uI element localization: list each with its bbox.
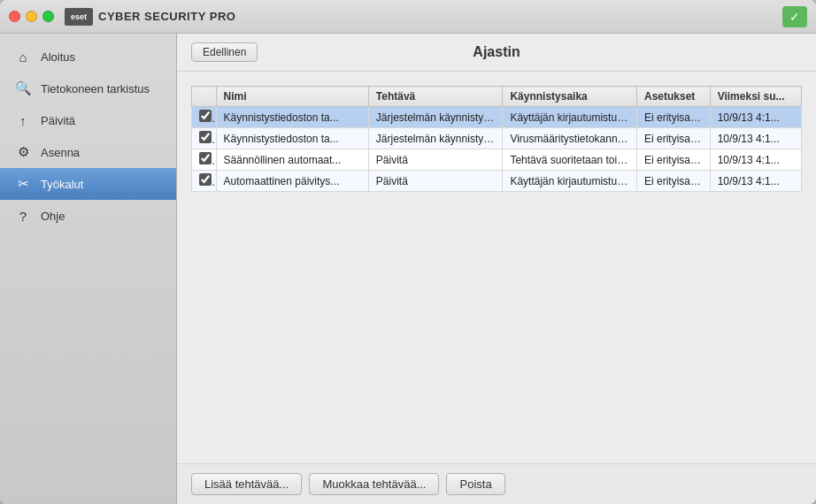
row-name: Käynnistystiedoston ta... xyxy=(216,128,368,149)
row-last: 10/9/13 4:1... xyxy=(710,149,801,171)
table-container: Nimi Tehtävä Käynnistysaika Asetukset Vi… xyxy=(177,72,816,463)
row-check-cell xyxy=(192,128,217,149)
app-logo: eset CYBER SECURITY PRO xyxy=(65,8,235,26)
row-task: Päivitä xyxy=(368,149,503,171)
row-settings: Ei erityisase... xyxy=(636,107,710,128)
table-row[interactable]: Automaattinen päivitys...PäivitäKäyttäjä… xyxy=(192,171,802,192)
table-row[interactable]: Käynnistystiedoston ta...Järjestelmän kä… xyxy=(192,107,802,128)
delete-task-button[interactable]: Poista xyxy=(446,473,504,495)
table-row[interactable]: Säännöllinen automaat...PäivitäTehtävä s… xyxy=(192,149,802,171)
sidebar-item-aloitus[interactable]: ⌂Aloitus xyxy=(0,41,176,73)
sidebar-label-paivita: Päivitä xyxy=(41,114,75,127)
table-row[interactable]: Käynnistystiedoston ta...Järjestelmän kä… xyxy=(192,128,802,149)
row-checkbox-2[interactable] xyxy=(199,152,212,164)
row-task: Päivitä xyxy=(368,171,503,192)
sidebar: ⌂Aloitus🔍Tietokoneen tarkistus↑Päivitä⚙A… xyxy=(0,34,177,504)
col-header-name[interactable]: Nimi xyxy=(216,87,368,107)
row-time: Tehtävä suoritetaan toist... xyxy=(503,149,637,171)
sidebar-item-asenna[interactable]: ⚙Asenna xyxy=(0,136,176,168)
page-title: Ajastin xyxy=(473,44,520,60)
ohje-icon: ? xyxy=(14,207,32,225)
table-header-row: Nimi Tehtävä Käynnistysaika Asetukset Vi… xyxy=(192,87,802,107)
col-header-task[interactable]: Tehtävä xyxy=(368,87,503,107)
tyokalut-icon: ✂ xyxy=(14,175,32,193)
bottom-bar: Lisää tehtävää... Muokkaa tehtävää... Po… xyxy=(177,463,816,504)
eset-logo-icon: eset xyxy=(65,8,93,26)
row-name: Automaattinen päivitys... xyxy=(216,171,368,192)
row-name: Säännöllinen automaat... xyxy=(216,149,368,171)
row-check-cell xyxy=(192,107,217,128)
row-last: 10/9/13 4:1... xyxy=(710,171,801,192)
row-time: Käyttäjän kirjautumistun... xyxy=(503,171,637,192)
row-time: Virusmääritystietokanna... xyxy=(503,128,637,149)
row-settings: Ei erityisase... xyxy=(636,128,710,149)
row-checkbox-0[interactable] xyxy=(199,110,212,122)
row-settings: Ei erityisase... xyxy=(636,149,710,171)
scheduler-table: Nimi Tehtävä Käynnistysaika Asetukset Vi… xyxy=(191,86,802,192)
app-title: CYBER SECURITY PRO xyxy=(98,10,235,23)
add-task-button[interactable]: Lisää tehtävää... xyxy=(191,473,302,495)
row-checkbox-1[interactable] xyxy=(199,131,212,143)
sidebar-label-tietokoneen-tarkistus: Tietokoneen tarkistus xyxy=(41,82,150,95)
content-area: Edellinen Ajastin Nimi Tehtävä Käynnisty… xyxy=(177,34,816,504)
col-header-time[interactable]: Käynnistysaika xyxy=(503,87,637,107)
asenna-icon: ⚙ xyxy=(14,143,32,161)
sidebar-label-aloitus: Aloitus xyxy=(41,50,75,64)
status-checkmark: ✓ xyxy=(782,6,807,27)
col-header-settings[interactable]: Asetukset xyxy=(636,87,710,107)
sidebar-item-tyokalut[interactable]: ✂Työkalut xyxy=(0,168,176,200)
row-task: Järjestelmän käynnistyst... xyxy=(368,107,503,128)
row-name: Käynnistystiedoston ta... xyxy=(216,107,368,128)
row-settings: Ei erityisase... xyxy=(636,171,710,192)
edit-task-button[interactable]: Muokkaa tehtävää... xyxy=(309,473,439,495)
row-task: Järjestelmän käynnistyst... xyxy=(368,128,503,149)
content-header: Edellinen Ajastin xyxy=(177,34,816,72)
maximize-button[interactable] xyxy=(42,11,54,22)
sidebar-item-ohje[interactable]: ?Ohje xyxy=(0,200,176,232)
sidebar-label-asenna: Asenna xyxy=(41,146,80,159)
row-last: 10/9/13 4:1... xyxy=(710,107,801,128)
aloitus-icon: ⌂ xyxy=(14,48,32,65)
minimize-button[interactable] xyxy=(26,11,37,22)
row-checkbox-3[interactable] xyxy=(199,173,212,186)
back-button[interactable]: Edellinen xyxy=(191,42,258,62)
close-button[interactable] xyxy=(9,11,20,22)
titlebar: eset CYBER SECURITY PRO ✓ xyxy=(0,0,816,34)
window-controls xyxy=(9,11,54,22)
paivita-icon: ↑ xyxy=(14,111,32,129)
sidebar-label-ohje: Ohje xyxy=(41,210,65,223)
sidebar-item-paivita[interactable]: ↑Päivitä xyxy=(0,104,176,136)
row-last: 10/9/13 4:1... xyxy=(710,128,801,149)
row-check-cell xyxy=(192,171,217,192)
row-check-cell xyxy=(192,149,217,171)
app-window: eset CYBER SECURITY PRO ✓ ⌂Aloitus🔍Tieto… xyxy=(0,0,816,504)
main-layout: ⌂Aloitus🔍Tietokoneen tarkistus↑Päivitä⚙A… xyxy=(0,34,816,504)
col-header-last[interactable]: Viimeksi su... xyxy=(710,87,801,107)
tietokoneen-tarkistus-icon: 🔍 xyxy=(14,80,32,97)
sidebar-label-tyokalut: Työkalut xyxy=(41,178,83,191)
sidebar-item-tietokoneen-tarkistus[interactable]: 🔍Tietokoneen tarkistus xyxy=(0,73,176,104)
col-header-check xyxy=(192,87,217,107)
row-time: Käyttäjän kirjautumistun... xyxy=(503,107,637,128)
